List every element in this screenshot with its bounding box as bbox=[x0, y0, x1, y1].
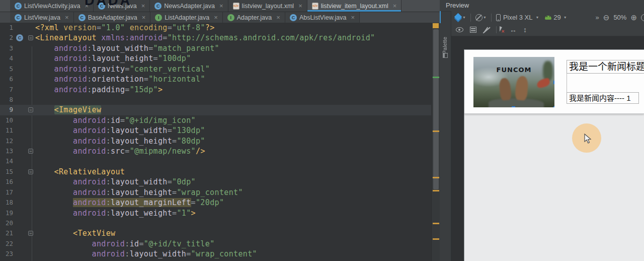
error-stripe-mark bbox=[433, 177, 439, 178]
tab-label: NewsAdapter.java bbox=[164, 3, 215, 10]
design-surface[interactable]: FUNCOM 我是一个新闻标题 我是新闻内容---- 1 bbox=[451, 36, 644, 261]
close-icon[interactable]: × bbox=[276, 14, 280, 21]
toolbar-separator bbox=[470, 14, 471, 22]
tab-abslistview-java[interactable]: CAbsListView.java× bbox=[285, 12, 360, 23]
code-line-22[interactable]: 22 android:id="@+id/tv_title" bbox=[0, 239, 431, 249]
expand-vertical-icon[interactable]: ↕ bbox=[523, 26, 527, 34]
tab-label: ListAdapter.java bbox=[165, 14, 209, 21]
palette-tab-label[interactable]: Palette bbox=[442, 37, 448, 54]
code-line-2[interactable]: 2C−<LinearLayout xmlns:android="http://s… bbox=[0, 33, 431, 43]
code-line-1[interactable]: 1<?xml version="1.0" encoding="utf-8"?> bbox=[0, 23, 431, 33]
code-text: android:layout_width="0dp" bbox=[35, 177, 196, 187]
code-line-21[interactable]: 21− <TextView bbox=[0, 228, 431, 238]
textview-content[interactable]: 我是新闻内容---- 1 bbox=[567, 92, 639, 104]
resize-handle-corner[interactable] bbox=[553, 106, 554, 107]
close-icon[interactable]: × bbox=[65, 14, 69, 21]
code-line-19[interactable]: 19 android:layout_weight="1"> bbox=[0, 208, 431, 218]
close-icon[interactable]: × bbox=[141, 2, 145, 10]
zoom-fit-button[interactable] bbox=[641, 14, 644, 21]
close-icon[interactable]: × bbox=[219, 2, 223, 10]
line-number: 6 bbox=[0, 74, 13, 84]
tab-label: BaseAdapter.java bbox=[88, 14, 137, 21]
view-options-eye-icon[interactable] bbox=[456, 27, 463, 32]
imageview-news-thumbnail[interactable]: FUNCOM bbox=[473, 57, 554, 107]
pointer-disabled-icon[interactable]: ✕ bbox=[496, 26, 503, 33]
tab-listview_item_layout-xml[interactable]: </>listview_item_layout.xml× bbox=[307, 0, 402, 12]
tab-newsadapter-java[interactable]: CNewsAdapter.java× bbox=[150, 0, 228, 12]
tab-label: listview_layout.xml bbox=[242, 3, 294, 10]
code-line-6[interactable]: 6 android:orientation="horizontal" bbox=[0, 74, 431, 84]
code-text: android:src="@mipmap/news"/> bbox=[35, 146, 205, 156]
class-gutter-icon: C bbox=[16, 34, 23, 41]
fold-marker[interactable]: − bbox=[28, 107, 33, 112]
code-line-5[interactable]: 5 android:gravity="center_vertical" bbox=[0, 64, 431, 74]
xml-file-icon: </> bbox=[312, 3, 318, 10]
close-icon[interactable]: × bbox=[393, 2, 397, 10]
zoom-percent[interactable]: 50% bbox=[613, 14, 626, 21]
code-line-11[interactable]: 11 android:layout_width="130dp" bbox=[0, 125, 431, 136]
rotate-orientation-icon bbox=[475, 14, 482, 21]
list-item-preview[interactable]: FUNCOM 我是一个新闻标题 我是新闻内容---- 1 bbox=[464, 50, 644, 114]
resize-handle-right[interactable] bbox=[553, 81, 554, 84]
tab-listviewactivity-java[interactable]: CListViewActivity.java× bbox=[10, 0, 94, 12]
toolbar-overflow-chevrons[interactable]: » bbox=[596, 14, 599, 21]
zoom-in-button[interactable]: ⊕ bbox=[630, 13, 637, 22]
palette-tool-strip[interactable]: Palette bbox=[440, 11, 451, 261]
code-text: android:padding="15dp"> bbox=[35, 85, 163, 95]
tab-listview_layout-xml[interactable]: </>listview_layout.xml× bbox=[228, 0, 307, 12]
editor-scrollbar[interactable] bbox=[431, 23, 440, 261]
device-selector[interactable]: Pixel 3 XL ▼ bbox=[496, 14, 539, 21]
line-number: 19 bbox=[0, 208, 13, 218]
code-line-17[interactable]: 17 android:layout_height="wrap_content" bbox=[0, 187, 431, 198]
api-level: 29 bbox=[553, 14, 560, 21]
fold-marker[interactable]: − bbox=[28, 35, 33, 40]
tab-label: Adapter.java bbox=[237, 14, 272, 21]
resize-handle-bottom[interactable] bbox=[512, 106, 515, 107]
tab-baseadapter-java[interactable]: CBaseAdapter.java× bbox=[74, 12, 151, 23]
code-line-23[interactable]: 23 android:layout_width="wrap_content" bbox=[0, 249, 431, 259]
code-editor[interactable]: 1<?xml version="1.0" encoding="utf-8"?>2… bbox=[0, 23, 431, 261]
expand-horizontal-icon[interactable]: ↔ bbox=[510, 26, 517, 34]
device-name: Pixel 3 XL bbox=[503, 14, 533, 21]
code-line-10[interactable]: 10 android:id="@+id/img_icon" bbox=[0, 115, 431, 125]
line-number: 7 bbox=[0, 85, 13, 95]
class-icon: C bbox=[290, 14, 297, 21]
fold-marker[interactable]: − bbox=[28, 149, 33, 154]
magic-wand-off-icon[interactable] bbox=[483, 27, 490, 33]
close-icon[interactable]: × bbox=[142, 14, 146, 21]
code-line-15[interactable]: 15− <RelativeLayout bbox=[0, 167, 431, 177]
close-icon[interactable]: × bbox=[214, 14, 218, 21]
code-line-20[interactable]: 20 bbox=[0, 218, 431, 228]
layout-canvas[interactable]: FUNCOM 我是一个新闻标题 我是新闻内容---- 1 bbox=[464, 49, 644, 261]
tab-adapter-java[interactable]: IAdapter.java× bbox=[223, 12, 285, 23]
code-line-8[interactable]: 8 bbox=[0, 95, 431, 105]
code-line-16[interactable]: 16 android:layout_width="0dp" bbox=[0, 177, 431, 187]
code-line-3[interactable]: 3 android:layout_width="match_parent" bbox=[0, 43, 431, 53]
code-line-12[interactable]: 12 android:layout_height="80dp" bbox=[0, 136, 431, 146]
design-surface-mode-button[interactable]: ▼ bbox=[455, 14, 466, 21]
zoom-out-button[interactable]: ⊖ bbox=[603, 13, 610, 22]
line-number: 16 bbox=[0, 177, 13, 187]
phone-icon bbox=[496, 14, 501, 21]
api-selector[interactable]: 29 ▼ bbox=[545, 14, 567, 21]
code-text: android:layout_weight="1"> bbox=[35, 208, 196, 218]
tab-listview-java[interactable]: CListView.java× bbox=[10, 12, 74, 23]
orientation-button[interactable]: ▼ bbox=[475, 14, 487, 21]
code-line-13[interactable]: 13− android:src="@mipmap/news"/> bbox=[0, 146, 431, 156]
error-stripe-mark bbox=[433, 130, 439, 132]
fold-marker[interactable]: − bbox=[28, 231, 33, 236]
close-icon[interactable]: × bbox=[298, 2, 302, 10]
layout-list-icon[interactable] bbox=[470, 27, 476, 33]
close-icon[interactable]: × bbox=[351, 14, 355, 21]
textview-title[interactable]: 我是一个新闻标题 bbox=[567, 60, 644, 74]
scrollbar-thumb[interactable] bbox=[433, 29, 439, 189]
tab-listadapter-java[interactable]: IListAdapter.java× bbox=[150, 12, 223, 23]
code-line-9[interactable]: 9− <ImageView bbox=[0, 105, 431, 115]
code-line-7[interactable]: 7 android:padding="15dp"> bbox=[0, 85, 431, 95]
code-line-14[interactable]: 14 bbox=[0, 156, 431, 166]
code-line-18[interactable]: 18 android:layout_marginLeft="20dp" bbox=[0, 198, 431, 208]
code-line-4[interactable]: 4 android:layout_height="100dp" bbox=[0, 53, 431, 63]
line-number: 23 bbox=[0, 249, 13, 259]
fold-marker[interactable]: − bbox=[28, 169, 33, 174]
line-number: 8 bbox=[0, 95, 13, 105]
